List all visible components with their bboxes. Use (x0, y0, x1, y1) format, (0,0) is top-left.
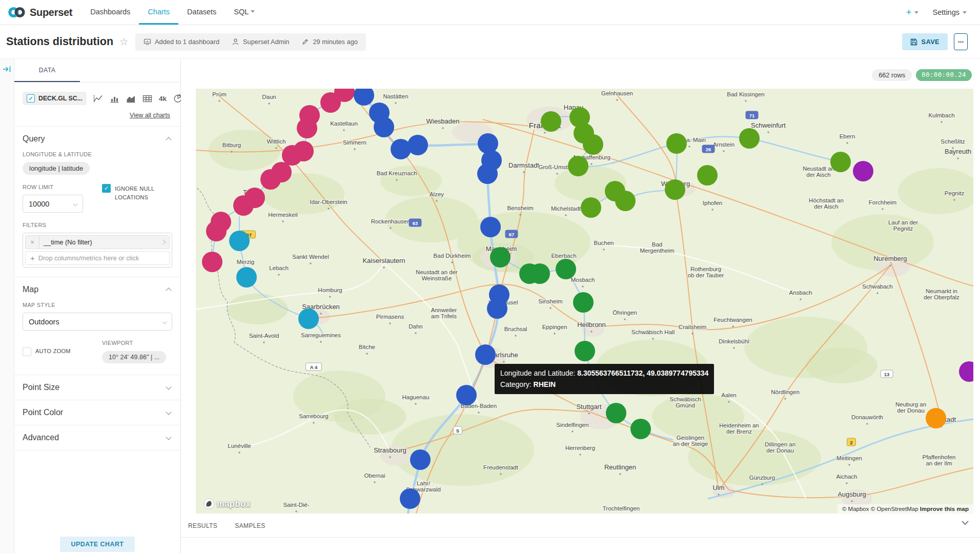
point-size-header[interactable]: Point Size (14, 375, 180, 400)
mapbox-logo[interactable]: mapbox (203, 498, 251, 509)
map-point[interactable] (374, 117, 394, 137)
table-icon[interactable] (142, 94, 152, 103)
area-chart-icon[interactable] (126, 94, 136, 103)
map-point[interactable] (202, 252, 222, 272)
map-canvas[interactable]: PrümDaunNastättenGelnhausenBad Kissingen… (196, 89, 973, 514)
map-city-label: Rockenhausen (371, 218, 411, 224)
map-point[interactable] (229, 231, 250, 251)
last-modified[interactable]: 29 minutes ago (301, 38, 358, 46)
map-point[interactable] (298, 309, 319, 329)
map-attribution: © Mapbox © OpenStreetMap Improve this ma… (838, 504, 973, 514)
map-point[interactable] (573, 292, 594, 313)
settings-menu[interactable]: Settings (933, 8, 967, 16)
map-point[interactable] (926, 408, 946, 428)
tab-results[interactable]: RESULTS (188, 522, 217, 529)
map-style-select[interactable]: Outdoors (23, 313, 172, 331)
map-point[interactable] (477, 163, 498, 184)
viz-type-selected[interactable]: ✓ DECK.GL SC... (23, 92, 87, 105)
dashboard-count[interactable]: Added to 1 dashboard (144, 38, 219, 46)
lonlat-chip[interactable]: longitude | latitude (23, 162, 90, 175)
map-point[interactable] (456, 385, 477, 405)
map-point[interactable] (666, 133, 687, 154)
superset-logo[interactable]: Superset (0, 0, 81, 25)
map-point[interactable] (529, 263, 550, 284)
improve-map-link[interactable]: Improve this map (920, 506, 969, 512)
favorite-star-icon[interactable]: ☆ (119, 36, 128, 48)
map-point[interactable] (568, 156, 588, 176)
more-options-button[interactable]: ... (954, 33, 968, 50)
tab-data[interactable]: DATA (14, 59, 80, 82)
map-section: Map MAP STYLE Outdoors AUTO ZOOM VIEWPOR… (14, 277, 180, 375)
map-point[interactable] (490, 247, 511, 268)
map-point[interactable] (282, 145, 302, 166)
map-city-label: Herrenberg (565, 445, 595, 451)
chart-title: Stations distribution (6, 35, 113, 48)
nav-item-charts[interactable]: Charts (139, 0, 178, 25)
query-section-header[interactable]: Query (14, 127, 180, 151)
map-city-label: Sarrebourg (299, 413, 329, 419)
tab-samples[interactable]: SAMPLES (235, 522, 266, 529)
map-point[interactable] (475, 344, 496, 365)
map-point[interactable] (665, 179, 685, 200)
map-city-label: Bayreuth (945, 148, 971, 155)
bar-chart-icon[interactable] (110, 94, 119, 103)
map-point[interactable] (606, 403, 626, 423)
map-point[interactable] (297, 118, 317, 138)
collapse-results-icon[interactable] (961, 520, 969, 525)
viewport-chip[interactable]: 10° 24' 49.86" | ... (102, 351, 166, 363)
filters-label: FILTERS (23, 222, 172, 228)
map-point[interactable] (320, 92, 341, 113)
point-color-header[interactable]: Point Color (14, 400, 180, 425)
osm-attribution-link[interactable]: © OpenStreetMap (871, 506, 918, 512)
map-point[interactable] (739, 128, 760, 149)
map-section-header[interactable]: Map (14, 277, 180, 302)
mapbox-attribution-link[interactable]: © Mapbox (842, 506, 869, 512)
map-point[interactable] (853, 161, 873, 181)
nav-item-dashboards[interactable]: Dashboards (81, 0, 139, 25)
map-point[interactable] (615, 191, 636, 211)
advanced-section: Advanced (14, 425, 180, 450)
map-point[interactable] (400, 488, 420, 509)
road-shield: 2 (847, 438, 856, 446)
viewport-label: VIEWPORT (102, 340, 166, 346)
map-point[interactable] (630, 419, 651, 439)
save-button[interactable]: SAVE (902, 33, 948, 50)
map-point[interactable] (581, 197, 601, 218)
map-city-label: Rothenburgob der Tauber (688, 266, 724, 278)
map-city-label: Kastellaun (330, 120, 358, 127)
line-chart-icon[interactable] (93, 94, 103, 103)
advanced-header[interactable]: Advanced (14, 425, 180, 450)
map-point[interactable] (478, 133, 498, 154)
view-all-charts-link[interactable]: View all charts (23, 112, 170, 119)
new-item-button[interactable]: + (906, 7, 918, 18)
map-city-label: Ulm (712, 484, 724, 491)
map-point[interactable] (260, 169, 281, 190)
map-point[interactable] (541, 111, 561, 132)
remove-filter-icon[interactable]: × (26, 236, 39, 249)
nav-item-datasets[interactable]: Datasets (178, 0, 225, 25)
map-city-label: Bitburg (222, 142, 241, 148)
map-point[interactable] (410, 449, 431, 470)
map-point[interactable] (583, 134, 603, 155)
map-point[interactable] (830, 152, 851, 172)
map-point[interactable] (487, 298, 507, 319)
big-number-viz[interactable]: 4k (159, 95, 167, 102)
map-point[interactable] (407, 135, 428, 155)
map-point[interactable] (480, 217, 501, 237)
map-point[interactable] (236, 267, 257, 288)
auto-zoom-checkbox[interactable] (23, 347, 31, 356)
filter-chip-time[interactable]: × __time (No filter) (25, 235, 170, 249)
filter-drop-zone[interactable]: + Drop columns/metrics here or click (25, 251, 170, 265)
nav-item-sql[interactable]: SQL (225, 0, 263, 25)
chart-owner[interactable]: Superset Admin (232, 38, 289, 46)
infinity-logo-icon (7, 5, 26, 20)
map-point[interactable] (697, 165, 718, 186)
map-point[interactable] (233, 195, 254, 216)
map-point[interactable] (556, 259, 576, 279)
ignore-null-checkbox[interactable]: ✓ (102, 184, 111, 193)
update-chart-button[interactable]: UPDATE CHART (60, 537, 135, 552)
row-limit-select[interactable]: 10000 (23, 195, 83, 213)
map-point[interactable] (575, 341, 595, 361)
expand-panel-icon[interactable] (3, 65, 12, 73)
map-point[interactable] (206, 221, 227, 241)
